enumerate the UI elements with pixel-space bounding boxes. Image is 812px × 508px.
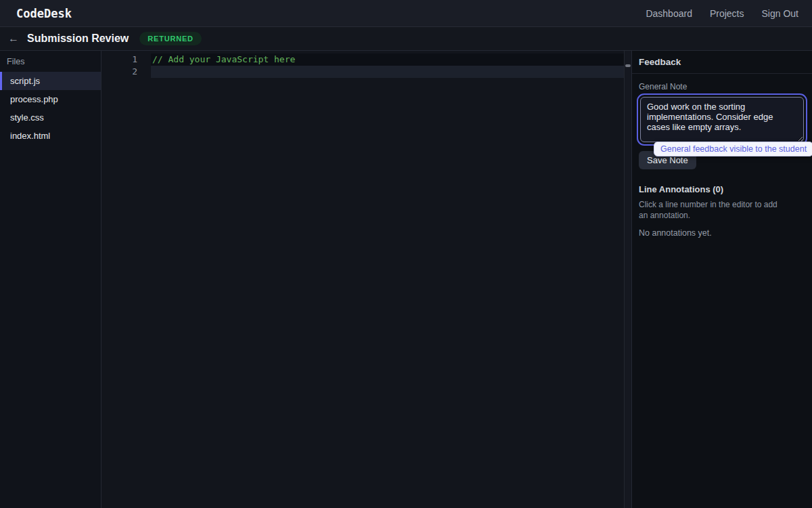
annotations-empty-state: No annotations yet. <box>639 228 805 238</box>
top-navbar: CodeDesk Dashboard Projects Sign Out <box>0 0 812 27</box>
page-title: Submission Review <box>27 33 129 45</box>
status-badge: RETURNED <box>139 32 202 45</box>
code-row-2: 2 <box>102 66 624 78</box>
feedback-panel: Feedback General Note Good work on the s… <box>631 51 812 508</box>
file-item-process-php[interactable]: process.php <box>0 90 101 108</box>
general-note-label: General Note <box>639 82 805 91</box>
app-window: CodeDesk Dashboard Projects Sign Out ← S… <box>0 0 812 508</box>
top-nav-links: Dashboard Projects Sign Out <box>646 8 798 19</box>
files-sidebar: Files script.js process.php style.css in… <box>0 51 102 508</box>
code-row-1: 1 // Add your JavaScript here <box>102 54 624 66</box>
code-line-2[interactable] <box>151 66 624 78</box>
code-editor: 1 // Add your JavaScript here 2 <box>102 51 631 508</box>
scrollbar-thumb[interactable] <box>625 64 631 67</box>
file-item-script-js[interactable]: script.js <box>0 72 101 90</box>
code-line-1[interactable]: // Add your JavaScript here <box>151 54 624 66</box>
main-content: Files script.js process.php style.css in… <box>0 51 812 508</box>
line-number-2[interactable]: 2 <box>102 66 151 78</box>
nav-link-projects[interactable]: Projects <box>710 8 744 19</box>
file-item-index-html[interactable]: index.html <box>0 127 101 145</box>
app-logo: CodeDesk <box>16 7 72 20</box>
file-item-style-css[interactable]: style.css <box>0 108 101 127</box>
general-note-input[interactable]: Good work on the sorting implementations… <box>640 97 804 142</box>
note-tooltip: General feedback visible to the student <box>654 142 812 156</box>
annotations-hint: Click a line number in the editor to add… <box>639 200 782 221</box>
nav-link-sign-out[interactable]: Sign Out <box>762 8 798 19</box>
line-number-1[interactable]: 1 <box>102 54 151 66</box>
back-arrow-icon[interactable]: ← <box>8 33 19 44</box>
annotations-heading: Line Annotations (0) <box>639 184 805 194</box>
page-header: ← Submission Review RETURNED <box>0 27 812 51</box>
code-rows: 1 // Add your JavaScript here 2 <box>102 51 624 508</box>
feedback-heading: Feedback <box>632 51 812 74</box>
files-heading: Files <box>0 51 101 72</box>
editor-scrollbar[interactable] <box>624 51 631 508</box>
nav-link-dashboard[interactable]: Dashboard <box>646 8 692 19</box>
feedback-body: General Note Good work on the sorting im… <box>632 74 812 246</box>
